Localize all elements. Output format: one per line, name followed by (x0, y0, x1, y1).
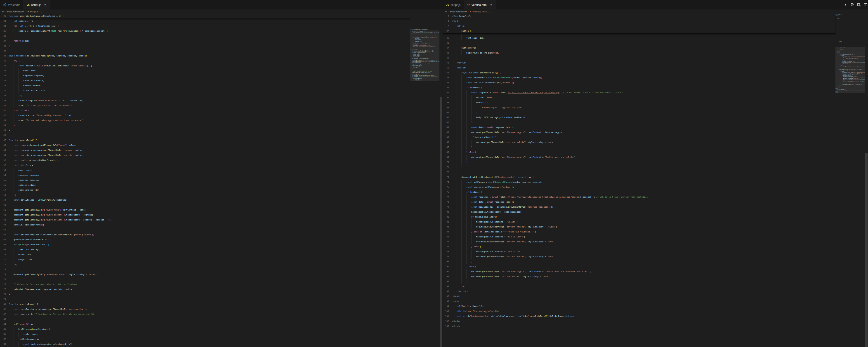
code-line[interactable]: 62 document.getElementById('preview-cogn… (0, 212, 442, 217)
code-line[interactable]: 85 messaggioDiv.className = 'gia-validat… (443, 234, 868, 239)
css-color-swatch[interactable] (489, 52, 491, 54)
code-line[interactable]: 64 document.getElementById('verifica-mes… (443, 130, 868, 135)
code-line[interactable]: 87 }).then(canvas => { (0, 337, 442, 342)
code-line[interactable]: 62 }); (443, 120, 868, 125)
code-line[interactable]: 99 <h1>Verifica Pass</h1> (443, 304, 868, 309)
code-line[interactable]: 48 background-color: #0056b3; (443, 51, 868, 55)
code-line[interactable]: 37 button { (443, 28, 835, 33)
tab-script-js[interactable]: JSscript.js✕ (24, 0, 50, 9)
code-line[interactable]: 55 societa: societa, (0, 178, 442, 183)
breadcrumb-folder[interactable]: Pass Generator (7, 10, 24, 13)
code-line[interactable]: 32 const docRef = await addDoc(collectio… (0, 63, 442, 68)
code-line[interactable]: 52 const datiPass = { (0, 163, 442, 168)
code-line[interactable]: 43 alert("Errore nel salvataggio dei dat… (0, 118, 442, 123)
code-line[interactable]: 30async function salvaDatiFirebase(nome,… (0, 53, 442, 58)
code-line[interactable]: 73 document.addEventListener('DOMContent… (443, 175, 868, 180)
code-line[interactable]: 70 } (443, 160, 868, 165)
code-line[interactable]: 97</head> (443, 294, 868, 299)
minimap[interactable]: <html lang="it"><head> <style> button { … (835, 13, 865, 347)
code-line[interactable]: 39 console.log("Document written with ID… (0, 98, 442, 103)
code-line[interactable]: 37 Scansionato: false (0, 88, 442, 93)
tab-welcome[interactable]: Welcome (0, 0, 24, 9)
breadcrumb-symbol[interactable]: ... (41, 10, 43, 13)
breadcrumb-drive[interactable]: F: (445, 10, 447, 13)
code-line[interactable]: 98<body> (443, 299, 868, 304)
code-line[interactable]: 2<html lang="it"> (443, 13, 835, 19)
more-actions-icon[interactable]: ⋯ (434, 0, 438, 9)
code-line[interactable]: 78} (0, 292, 442, 297)
code-line[interactable]: 72 (443, 170, 868, 175)
code-line[interactable]: 52 async function convalidaPass() { (443, 70, 868, 75)
tab-script-js[interactable]: JSscript.js (443, 0, 464, 9)
code-line[interactable]: 50 </style> (443, 60, 868, 65)
code-line[interactable]: 71 height: 200 (0, 257, 442, 262)
code-line[interactable]: 82 const scale = 3; // Mantieni un fatto… (0, 312, 442, 317)
code-line[interactable]: 74 document.getElementById('preview-cont… (0, 272, 442, 277)
code-line[interactable]: 80function scaricaPass() { (0, 302, 442, 307)
code-line[interactable]: 59 const datiStringa = JSON.stringify(da… (0, 197, 442, 202)
vertical-scrollbar[interactable] (439, 13, 442, 347)
code-line[interactable]: 48 const nome = document.getElementById(… (0, 143, 442, 148)
code-line[interactable]: 73 (0, 267, 442, 272)
code-line[interactable]: 90 } (443, 259, 868, 264)
code-line[interactable]: 56 codice: codice, (0, 183, 442, 188)
code-line[interactable]: 33 Nome: nome, (0, 68, 442, 73)
code-line[interactable]: 94 } (443, 279, 868, 284)
code-line[interactable]: 25 codice += caratteri.charAt(Math.floor… (0, 28, 442, 33)
code-line[interactable]: 60 (0, 202, 442, 208)
code-line[interactable]: 58 headers: { (443, 100, 868, 105)
code-line[interactable]: 59 'Content-Type': 'application/json' (443, 105, 868, 110)
code-line[interactable]: 88 const link = document.createElement('… (0, 342, 442, 347)
code-line[interactable]: 86 scale: scale (0, 332, 442, 337)
code-line[interactable]: 31 try { (0, 58, 442, 63)
code-line[interactable]: 56 const response = await fetch('https:/… (443, 90, 868, 95)
code-line[interactable]: 57 scansionato: "No" (0, 188, 442, 192)
code-line[interactable]: 51 <script> (443, 65, 868, 70)
code-line[interactable]: 53 const urlParams = new URLSearchParams… (443, 75, 868, 80)
code-line[interactable]: 87 } else { (443, 244, 868, 249)
code-line[interactable]: 46 (0, 133, 442, 138)
code-line[interactable]: 24 for (let i = 0; i < lunghezza; i++) { (0, 24, 442, 28)
code-line[interactable]: 80 messaggioDiv.textContent = data.messa… (443, 210, 868, 214)
code-line[interactable]: 68 new QRCode(qrcodeContainer, { (0, 242, 442, 247)
code-line[interactable]: 66 document.getElementById('bottone-vali… (443, 140, 868, 145)
code-line[interactable]: 83 (0, 317, 442, 322)
code-line[interactable]: 46 } (443, 40, 868, 45)
code-line[interactable]: 96 </script> (443, 289, 868, 294)
copilot-sparkle-icon[interactable]: ✦ (844, 3, 847, 6)
code-line[interactable]: 65 (0, 227, 442, 232)
tab-verifica-html[interactable]: <>verifica.html✕ (464, 0, 495, 9)
code-line[interactable]: 79 const messaggioDiv = document.getElem… (443, 204, 868, 210)
code-line[interactable]: 68 } else { (443, 150, 868, 155)
code-line[interactable]: 54 const codice = urlParams.get('codice'… (443, 80, 868, 85)
code-line[interactable]: 103</html> (443, 324, 868, 329)
code-line[interactable]: 100 <div id="verifica-messaggio"></div> (443, 309, 868, 314)
breadcrumb[interactable]: F:›Pass Generator›JSscript.js›... (0, 9, 442, 13)
code-line[interactable]: 41 } catch (e) { (0, 108, 442, 113)
code-line[interactable]: 81 if (data.puoValidare) { (443, 214, 868, 219)
code-line[interactable]: 70 width: 200, (0, 252, 442, 257)
breadcrumb-folder[interactable]: Pass Generator (450, 10, 467, 13)
code-line[interactable]: 81 const passPreview = document.getEleme… (0, 307, 442, 312)
open-preview-icon[interactable] (857, 3, 861, 6)
code-line[interactable]: 54 cognome: cognome, (0, 172, 442, 178)
code-line[interactable]: 75 (0, 277, 442, 282)
code-line[interactable]: 88 messaggioDiv.className = 'non-valido'… (443, 249, 868, 254)
vertical-scrollbar[interactable] (865, 13, 868, 347)
code-line[interactable]: 26 } (0, 33, 442, 38)
code-line[interactable]: 40 alert("Dati del pass salvati nel data… (0, 103, 442, 108)
code-line[interactable]: 83 document.getElementById('bottone-vali… (443, 224, 868, 229)
minimap-slider[interactable] (410, 31, 439, 81)
code-line[interactable]: 84 setTimeout(() => { (0, 322, 442, 327)
code-line[interactable]: 64 console.log(datiStringa); (0, 222, 442, 227)
code-line[interactable]: 78 const data = await response.json(); (443, 199, 868, 204)
close-icon[interactable]: ✕ (44, 4, 46, 6)
code-line[interactable]: 63 document.getElementById('preview-soci… (0, 217, 442, 222)
split-editor-icon[interactable] (864, 3, 868, 6)
code-editor[interactable]: 23 let codice = '';24 for (let i = 0; i … (0, 13, 442, 347)
code-line[interactable]: 95 }); (443, 284, 868, 289)
code-editor[interactable]: 44 cursor: pointer;45 font-size: 1em;46 … (443, 13, 868, 347)
code-line[interactable]: 47 button:hover { (443, 45, 868, 51)
code-line[interactable]: 23 let codice = ''; (0, 19, 442, 24)
code-line[interactable]: 101 <button id="bottone-valida" style="d… (443, 314, 868, 319)
